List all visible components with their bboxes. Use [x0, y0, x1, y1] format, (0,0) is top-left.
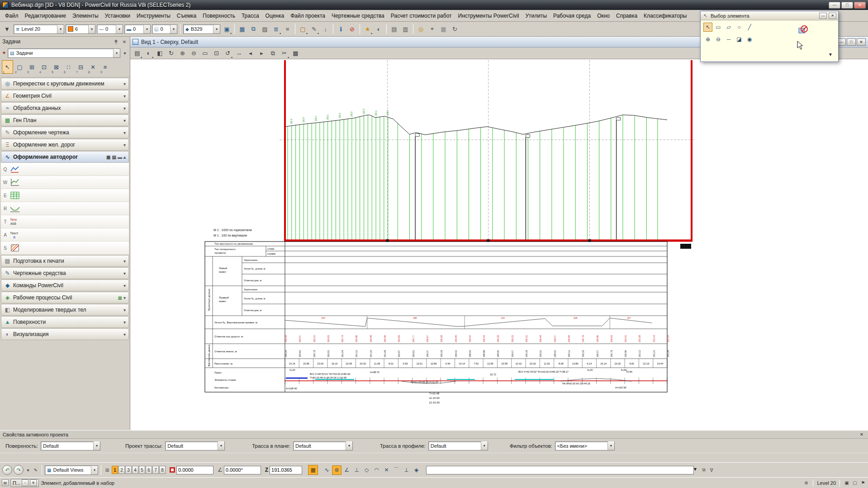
color-combo-arrow[interactable]: ▾ [88, 25, 95, 33]
level-display-icon[interactable]: ≡ [282, 24, 293, 34]
expand-icon[interactable]: ▾ [123, 271, 126, 276]
tool-tags[interactable]: TТегиАБВ [1, 215, 129, 228]
accudraw-compass-icon[interactable]: ◎ [416, 24, 426, 34]
menu-item-съемка[interactable]: Съемка [174, 11, 199, 20]
tasks-close-icon[interactable]: ✕ [121, 38, 128, 45]
fit-view-icon[interactable]: ⊡ [211, 48, 222, 58]
template-combo-arrow[interactable]: ▾ [213, 25, 220, 33]
filter-icon[interactable]: ∇ [708, 467, 715, 473]
image-capture-icon[interactable]: ▥ [400, 24, 411, 34]
intersection-snap-icon[interactable]: ✕ [382, 465, 391, 475]
layout-option-icon-2[interactable]: ▤ [112, 155, 116, 160]
saved-views-combo[interactable]: ▦ Default Views ▾ [45, 465, 98, 475]
line-weight-combo-arrow[interactable]: ▾ [143, 25, 150, 33]
midpoint-snap-icon[interactable]: ⊥ [352, 465, 361, 475]
design-history-icon[interactable]: ↻ [450, 24, 460, 34]
saved-views-arrow[interactable]: ▾ [91, 466, 98, 474]
angle-input[interactable] [224, 466, 261, 474]
field-combo-arrow[interactable]: ▾ [93, 441, 100, 450]
rotate-view-icon[interactable]: ↺▾ [223, 48, 233, 58]
close-button[interactable]: ✕ [854, 2, 866, 9]
menu-item-оценка[interactable]: Оценка [262, 11, 288, 20]
maximize-button[interactable]: □ [841, 2, 853, 9]
copy-view-icon[interactable]: ⧉ [268, 48, 278, 58]
template-combo[interactable]: ◆ B329 ▾ [183, 24, 220, 34]
select-single-mode-icon[interactable]: ─ [724, 35, 733, 44]
minimized-window-tab[interactable]: П... ▫ ✕ [10, 479, 39, 487]
perpendicular-snap-icon[interactable]: ⟂ [402, 465, 411, 475]
element-selection-minimize-icon[interactable]: — [819, 13, 827, 19]
section-подготовка-к-печати[interactable]: ▤Подготовка к печати▾ [1, 255, 129, 267]
transparency-combo[interactable]: ◱ 0 ▾ [152, 24, 177, 34]
pin-icon[interactable] [113, 38, 119, 45]
manipulate-toolbox-icon[interactable]: ⊞3 [26, 60, 38, 74]
transparency-combo-arrow[interactable]: ▾ [170, 25, 177, 33]
section-оформление-чертежа[interactable]: ✎Оформление чертежа▾ [1, 127, 129, 138]
minimize-button[interactable]: — [829, 2, 840, 9]
nearest-snap-icon[interactable]: ∠ [342, 465, 351, 475]
expand-icon[interactable]: ▾ [123, 106, 126, 111]
references-icon[interactable]: ⧉ [248, 24, 259, 34]
expand-icon[interactable]: ▾ [123, 320, 126, 325]
menu-item-классификаторы[interactable]: Классификаторы [640, 11, 690, 20]
select-pointer-icon[interactable]: ↖ [703, 23, 712, 32]
pan-view-icon[interactable]: ↔ [234, 48, 244, 58]
dialog-expand-icon[interactable]: ▼ [828, 52, 833, 57]
select-shape-icon[interactable]: ▱ [724, 23, 733, 32]
menu-item-установки[interactable]: Установки [102, 11, 133, 20]
tool-chart[interactable]: W [1, 176, 129, 189]
tool-table[interactable]: E [1, 189, 129, 202]
section-ген-план[interactable]: ▦Ген План▾ [1, 114, 129, 126]
expand-icon[interactable]: ▾ [123, 142, 126, 147]
menu-item-утилиты[interactable]: Утилиты [522, 11, 550, 20]
delete-toolbox-icon[interactable]: ✕8 [87, 60, 99, 74]
view-groups-icon[interactable]: ⊞ [104, 467, 110, 473]
view-render-mode-icon[interactable]: ◐ [374, 24, 384, 34]
view-history-dropdown-icon[interactable]: ▾ [25, 467, 31, 473]
raster-manager-icon[interactable]: ▨ [260, 24, 270, 34]
view-redo-button[interactable]: ↷ [14, 465, 24, 475]
view-control-toolbox-icon[interactable]: ⊡4 [38, 60, 50, 74]
line-style-combo[interactable]: — 0 ▾ [97, 24, 123, 34]
keyin-dropdown-arrow[interactable]: ▾ [694, 466, 697, 474]
view-attributes-icon[interactable]: ▤▾ [132, 48, 142, 58]
expand-icon[interactable]: ▾ [123, 259, 126, 264]
center-snap-icon[interactable]: ◇ [362, 465, 371, 475]
field-combo-arrow[interactable]: ▾ [481, 441, 488, 450]
select-subtract-mode-icon[interactable]: ⊖ [714, 35, 723, 44]
menu-item-файл-проекта[interactable]: Файл проекта [287, 11, 328, 20]
section-чертежные-средства[interactable]: ✎Чертежные средства▾ [1, 267, 129, 279]
select-line-icon[interactable]: ╱ [745, 23, 754, 32]
menu-item-инструменты[interactable]: Инструменты [133, 11, 174, 20]
groups-toolbox-icon[interactable]: ∷6 [63, 60, 74, 74]
measure-toolbox-icon[interactable]: ≡9 [100, 60, 111, 74]
section-обработка-данных[interactable]: ≈Обработка данных▾ [1, 102, 129, 114]
field-combo-поверхность[interactable]: Default▾ [41, 441, 100, 450]
minimized-close-icon[interactable]: ✕ [30, 479, 37, 486]
line-style-combo-arrow[interactable]: ▾ [116, 25, 123, 33]
dgn-status-icon[interactable]: ⚑ [860, 480, 866, 486]
selection-set-icon[interactable]: ▣ [844, 480, 850, 486]
section-рабочие-процессы-civil[interactable]: ◈Рабочие процессы Civil▦▾ [1, 292, 129, 303]
status-active-level[interactable]: Level 20 [817, 480, 836, 486]
element-selection-icon[interactable]: ↖1 [2, 60, 13, 74]
view-toggle-5[interactable]: 5 [139, 466, 145, 474]
view-toggle-7[interactable]: 7 [152, 466, 159, 474]
view-display-mode-icon[interactable]: ◐▾ [143, 48, 154, 58]
accudraw-grid-button[interactable]: ▦ [308, 465, 318, 475]
grid-config-icon[interactable]: ▦ [438, 24, 449, 34]
select-block-icon[interactable]: ▭ [714, 23, 723, 32]
drop-element-icon[interactable]: ↓ [320, 24, 331, 34]
field-combo-трасса-в-плане[interactable]: Default▾ [293, 441, 353, 450]
zoom-out-icon[interactable]: ⊖ [189, 48, 199, 58]
tool-road-profile[interactable]: Q [1, 163, 129, 176]
tasks-more-icon[interactable]: ▾ [122, 50, 128, 56]
expand-icon[interactable]: ▾ [123, 81, 126, 86]
expand-icon[interactable]: ▾ [123, 332, 126, 337]
element-template-icon[interactable]: ▼ [2, 24, 12, 34]
tangent-snap-icon[interactable]: ⌒ [392, 465, 401, 475]
expand-icon[interactable]: ▾ [123, 295, 126, 300]
keyin-input[interactable] [426, 466, 694, 474]
view-maximize-button[interactable]: □ [847, 38, 856, 46]
section-оформление-автодорог[interactable]: ∿Оформление автодорог▦▤▬▴ [1, 151, 129, 163]
